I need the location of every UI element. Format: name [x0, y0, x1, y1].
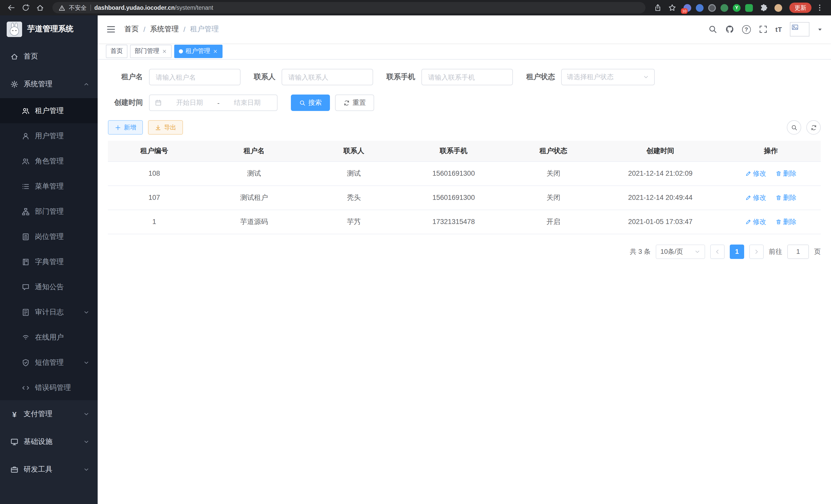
code-icon [22, 384, 30, 392]
delete-link[interactable]: 删除 [775, 193, 797, 202]
column-header: 租户状态 [507, 141, 600, 161]
table-header-row: 租户编号 租户名 联系人 联系手机 租户状态 创建时间 操作 [108, 141, 821, 161]
sidebar-item-audit[interactable]: 审计日志 [0, 299, 98, 325]
browser-update-button[interactable]: 更新 [790, 3, 811, 13]
sidebar-item-dict[interactable]: 字典管理 [0, 249, 98, 274]
browser-menu-icon[interactable] [813, 2, 826, 14]
sidebar-item-home[interactable]: 首页 [0, 42, 98, 70]
sidebar-item-label: 通知公告 [35, 282, 64, 292]
edit-link[interactable]: 修改 [745, 193, 766, 202]
browser-profile-avatar[interactable] [774, 4, 782, 11]
search-button[interactable]: 搜索 [291, 94, 330, 111]
cell-tenant-id: 1 [108, 210, 201, 234]
url-host: dashboard.yudao.iocoder.cn [94, 5, 175, 11]
page-size-select[interactable]: 10条/页 [656, 244, 705, 259]
app-logo[interactable]: 芋道管理系统 [0, 16, 98, 42]
sidebar-item-post[interactable]: 岗位管理 [0, 224, 98, 249]
delete-link[interactable]: 删除 [775, 169, 797, 178]
breadcrumb-item[interactable]: 系统管理 [150, 25, 179, 34]
sidebar-item-errcode[interactable]: 错误码管理 [0, 375, 98, 400]
sidebar-item-devtools[interactable]: 研发工具 [0, 456, 98, 483]
tab-dept[interactable]: 部门管理 [130, 45, 172, 58]
page-content: 租户名 联系人 联系手机 租户状态 请选择租户状态 [98, 60, 831, 504]
broken-image-icon [792, 24, 799, 31]
search-icon[interactable] [708, 25, 717, 34]
extension-icon-2[interactable] [696, 4, 704, 11]
app-title: 芋道管理系统 [27, 24, 74, 34]
extension-icon-5[interactable]: Y [733, 4, 741, 11]
extension-icon-3[interactable] [708, 4, 716, 11]
sidebar-item-tenant[interactable]: 租户管理 [0, 98, 98, 123]
edit-link[interactable]: 修改 [745, 217, 766, 226]
mobile-input[interactable] [422, 69, 513, 85]
chevron-down-icon [83, 439, 89, 445]
extension-icon-1[interactable]: 10 [684, 4, 691, 11]
monitor-icon [10, 438, 19, 446]
chevron-right-icon [753, 248, 760, 255]
delete-label: 删除 [783, 193, 797, 202]
column-header: 租户名 [201, 141, 308, 161]
extension-icon-4[interactable] [720, 4, 728, 11]
extensions-puzzle-icon[interactable] [757, 2, 770, 14]
sidebar-item-label: 首页 [24, 52, 38, 61]
cell-mobile: 15601691300 [400, 161, 507, 185]
user-avatar[interactable] [790, 22, 809, 36]
status-label: 租户状态 [526, 72, 555, 82]
sidebar-item-user[interactable]: 用户管理 [0, 123, 98, 148]
page-1-button[interactable]: 1 [730, 244, 744, 259]
extension-badge: 10 [681, 8, 688, 13]
sidebar-item-pay[interactable]: ¥ 支付管理 [0, 400, 98, 428]
sidebar-item-system[interactable]: 系统管理 [0, 70, 98, 98]
font-size-icon[interactable]: tT [775, 25, 782, 33]
next-page-button[interactable] [749, 244, 764, 259]
browser-home-icon[interactable] [34, 2, 46, 14]
contact-input[interactable] [282, 69, 373, 85]
tab-home[interactable]: 首页 [106, 45, 127, 58]
sidebar-item-dept[interactable]: 部门管理 [0, 199, 98, 224]
sidebar-item-sms[interactable]: 短信管理 [0, 350, 98, 375]
browser-back-icon[interactable] [5, 2, 18, 14]
collapse-sidebar-icon[interactable] [106, 24, 116, 34]
tab-label: 部门管理 [135, 47, 159, 56]
refresh-table-button[interactable] [806, 120, 821, 135]
column-header: 联系手机 [400, 141, 507, 161]
edit-label: 修改 [753, 217, 766, 226]
close-icon[interactable] [162, 49, 167, 54]
sidebar-item-menu[interactable]: 菜单管理 [0, 174, 98, 199]
cell-actions: 修改 删除 [721, 161, 821, 185]
status-select[interactable]: 请选择租户状态 [561, 69, 655, 85]
bookmark-star-icon[interactable] [666, 2, 678, 14]
fullscreen-icon[interactable] [758, 25, 768, 34]
sidebar-item-role[interactable]: 角色管理 [0, 148, 98, 174]
cell-contact: 秃头 [308, 185, 400, 210]
add-button[interactable]: 新增 [108, 120, 143, 135]
breadcrumb-item[interactable]: 首页 [124, 25, 139, 34]
close-icon[interactable] [213, 49, 218, 54]
avatar-caret-icon[interactable] [817, 26, 823, 32]
tab-tenant[interactable]: 租户管理 [174, 45, 223, 58]
date-range-picker[interactable]: 开始日期 - 结束日期 [149, 94, 278, 111]
active-dot-icon [179, 49, 183, 53]
cell-status: 关闭 [507, 161, 600, 185]
help-icon[interactable]: ? [742, 25, 751, 34]
address-bar[interactable]: 不安全 dashboard.yudao.iocoder.cn/system/te… [52, 2, 646, 13]
edit-label: 修改 [753, 169, 766, 178]
sidebar-item-online[interactable]: 在线用户 [0, 325, 98, 350]
extension-icon-6[interactable] [745, 4, 753, 11]
browser-reload-icon[interactable] [20, 2, 32, 14]
goto-page-input[interactable] [787, 244, 809, 259]
sidebar-item-notice[interactable]: 通知公告 [0, 274, 98, 299]
github-icon[interactable] [725, 25, 734, 34]
prev-page-button[interactable] [710, 244, 725, 259]
edit-link[interactable]: 修改 [745, 169, 766, 178]
reset-button[interactable]: 重置 [335, 94, 374, 111]
toggle-search-button[interactable] [787, 120, 801, 135]
delete-link[interactable]: 删除 [775, 217, 797, 226]
shield-icon [22, 358, 30, 366]
share-icon[interactable] [652, 2, 664, 14]
sidebar-item-label: 在线用户 [35, 333, 64, 342]
tenant-name-input[interactable] [149, 69, 240, 85]
book-icon [22, 258, 30, 266]
export-button[interactable]: 导出 [148, 120, 183, 135]
sidebar-item-infra[interactable]: 基础设施 [0, 428, 98, 456]
